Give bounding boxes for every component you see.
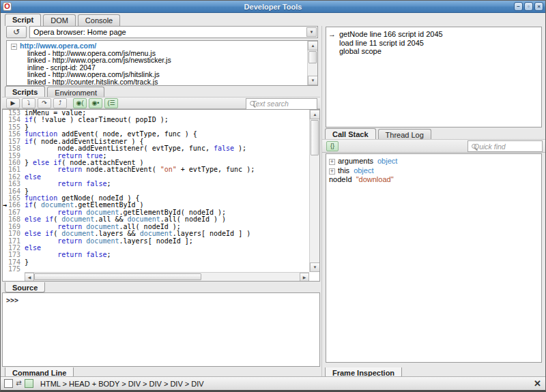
- minimize-button[interactable]: −: [514, 2, 523, 11]
- step-over-icon[interactable]: ↷: [38, 98, 51, 108]
- chevron-down-icon[interactable]: ▼: [306, 27, 317, 37]
- code-text: document: [140, 230, 173, 237]
- code-text: ;: [102, 152, 106, 160]
- code-text: .getElementById ): [74, 201, 143, 209]
- code-text: .layers[ nodeId ];: [119, 237, 193, 245]
- code-text: return: [57, 152, 82, 160]
- dom-breadcrumb[interactable]: HTML > HEAD + BODY > DIV > DIV > DIV > D…: [40, 380, 204, 388]
- inspection-row[interactable]: nodeId"download": [329, 175, 541, 185]
- scroll-left-icon[interactable]: ◀: [25, 273, 34, 282]
- tab-scripts[interactable]: Scripts: [5, 86, 45, 97]
- frame-inspection-box: +argumentsobject+thisobjectnodeId"downlo…: [326, 153, 542, 363]
- stack-frame-label: global scope: [339, 47, 382, 55]
- code-text: .layers &&: [94, 230, 139, 237]
- stack-frame[interactable]: load line 11 script id 2045: [326, 39, 541, 48]
- reload-button[interactable]: ↺: [6, 26, 27, 38]
- swap-panels-icon[interactable]: ⇄: [14, 379, 23, 388]
- code-lines: 153inMenu = value;154if( !value ) clearT…: [3, 110, 309, 272]
- scrollbar-thumb[interactable]: [311, 120, 319, 155]
- runtime-select[interactable]: Opera browser: Home page ▼: [29, 26, 318, 38]
- maximize-button[interactable]: ▫: [524, 2, 533, 11]
- code-text: else: [25, 215, 41, 223]
- code-text: node.attachEvent(: [82, 166, 160, 173]
- code-line[interactable]: 163 return false;: [3, 181, 309, 187]
- code-text: (: [53, 230, 61, 237]
- source-tab-bar: Source: [5, 282, 47, 292]
- filter-icon[interactable]: {}: [326, 141, 339, 151]
- code-text: [25, 209, 57, 216]
- runtime-select-value: Opera browser: Home page: [33, 28, 126, 36]
- code-text: .layers[ nodeId ] ): [173, 230, 250, 237]
- inspection-panel: →getNode line 166 script id 2045load lin…: [321, 26, 545, 378]
- tab-environment[interactable]: Environment: [47, 87, 104, 97]
- script-list-box: −http://www.opera.com/linked - http://ww…: [6, 40, 318, 86]
- code-text: return: [57, 166, 82, 173]
- expand-icon[interactable]: +: [329, 159, 335, 165]
- code-text: }: [25, 187, 29, 195]
- stack-frame[interactable]: →getNode line 166 script id 2045: [326, 30, 541, 39]
- scroll-up-icon[interactable]: ▲: [310, 110, 320, 119]
- break-on-exception-icon[interactable]: ◉•: [89, 98, 102, 108]
- log-icon[interactable]: (☰: [104, 98, 118, 108]
- stack-frame[interactable]: global scope: [326, 47, 541, 56]
- tab-thread-log[interactable]: Thread Log: [378, 129, 431, 139]
- call-stack-list: →getNode line 166 script id 2045load lin…: [326, 27, 541, 56]
- tab-source[interactable]: Source: [5, 282, 45, 292]
- break-on-script-icon[interactable]: ◉(: [73, 98, 87, 108]
- code-text: else: [25, 244, 41, 252]
- scroll-down-icon[interactable]: ▼: [310, 262, 320, 272]
- code-text: document: [61, 230, 94, 237]
- tab-script[interactable]: Script: [5, 14, 41, 26]
- script-list-item[interactable]: linked - http://www.opera.com/js/hitslin…: [7, 71, 307, 78]
- close-panel-icon[interactable]: ✕: [534, 378, 541, 389]
- scrollbar-thumb[interactable]: [34, 273, 201, 280]
- step-out-icon[interactable]: ⤴: [53, 98, 67, 108]
- code-line[interactable]: 171 return document.layers[ nodeId ];: [3, 238, 309, 245]
- scroll-up-icon[interactable]: ▲: [308, 41, 318, 50]
- code-text: if: [45, 215, 53, 223]
- highlight-element-icon[interactable]: [25, 379, 33, 388]
- code-hscrollbar[interactable]: ◀ ▶: [25, 272, 309, 281]
- step-into-icon[interactable]: ⤵: [22, 98, 35, 108]
- code-text: document: [128, 215, 160, 223]
- code-line[interactable]: 175: [3, 266, 309, 272]
- property-value[interactable]: object: [377, 157, 397, 165]
- tab-call-stack[interactable]: Call Stack: [325, 128, 376, 139]
- quick-find-input[interactable]: [474, 142, 546, 151]
- code-text: }: [25, 123, 29, 131]
- script-list-item[interactable]: linked - http://www.opera.com/js/newstic…: [7, 57, 307, 64]
- script-list-root[interactable]: −http://www.opera.com/: [7, 42, 307, 50]
- code-vscrollbar[interactable]: ▲ ▼: [309, 110, 319, 272]
- code-text: return: [57, 180, 82, 187]
- line-number[interactable]: 175: [3, 266, 25, 272]
- script-list-scrollbar[interactable]: ▲ ▼: [307, 41, 317, 85]
- code-line[interactable]: 174}: [3, 259, 309, 266]
- inspection-row[interactable]: +argumentsobject: [329, 157, 541, 166]
- inspect-element-icon[interactable]: [4, 379, 13, 388]
- code-text: ( !value ) clearTimeout( popID );: [33, 116, 169, 123]
- close-button[interactable]: ×: [534, 2, 543, 11]
- collapse-icon[interactable]: −: [11, 44, 17, 50]
- developer-tools-window: O Developer Tools − ▫ × Script DOM Conso…: [0, 0, 546, 392]
- inspection-toolbar: {}: [322, 139, 546, 153]
- scroll-down-icon[interactable]: ▼: [308, 76, 318, 85]
- property-value[interactable]: object: [354, 166, 373, 175]
- titlebar[interactable]: O Developer Tools − ▫ ×: [1, 1, 545, 13]
- code-text: );: [234, 145, 246, 152]
- tab-dom[interactable]: DOM: [43, 14, 76, 26]
- code-text: getNode( nodeId ) {: [57, 194, 139, 202]
- tab-console[interactable]: Console: [78, 14, 120, 26]
- inspection-row[interactable]: +thisobject: [329, 166, 541, 176]
- code-line[interactable]: 173 return false;: [3, 252, 309, 258]
- code-text: ;: [106, 180, 111, 187]
- scroll-right-icon[interactable]: ▶: [300, 273, 309, 282]
- code-text: else: [25, 230, 41, 237]
- code-text: }: [25, 258, 29, 266]
- scrollbar-thumb[interactable]: [308, 51, 317, 63]
- continue-icon[interactable]: ▶: [6, 98, 20, 108]
- expand-icon[interactable]: +: [329, 168, 335, 175]
- line-number[interactable]: 158: [3, 145, 25, 152]
- command-line-output[interactable]: >>>: [2, 292, 320, 367]
- code-line[interactable]: 161 return node.attachEvent( "on" + evtT…: [3, 166, 309, 173]
- code-line[interactable]: 154if( !value ) clearTimeout( popID );: [3, 117, 309, 123]
